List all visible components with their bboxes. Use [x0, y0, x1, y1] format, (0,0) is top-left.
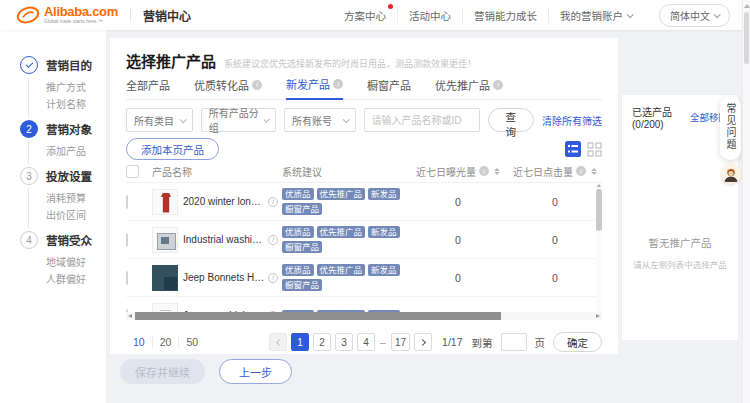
- nav-plan-center[interactable]: 方案中心: [333, 8, 397, 23]
- sort-impressions-icon[interactable]: [494, 168, 500, 175]
- nav-my-marketing-account[interactable]: 我的营销账户: [548, 8, 643, 23]
- table-row: Industrial washing machine h 优质品 优先推广品 新…: [126, 221, 602, 259]
- grid-view-icon[interactable]: [587, 142, 602, 157]
- page-button-3[interactable]: 3: [335, 333, 353, 351]
- chevron-down-icon: [627, 11, 634, 18]
- logo-tagline: Global trade starts here.™: [44, 19, 118, 25]
- step-4-header[interactable]: 4 营销受众: [20, 231, 106, 249]
- chevron-left-icon: [276, 338, 283, 345]
- row-checkbox[interactable]: [126, 195, 128, 209]
- tab-new-products[interactable]: 新发产品: [286, 76, 343, 100]
- step-marketing-audience: 4 营销受众 地域偏好 人群偏好: [20, 231, 106, 290]
- clicks-value: 0: [508, 272, 602, 284]
- page-indicator: 1/17: [442, 336, 462, 348]
- product-search-input[interactable]: [364, 108, 480, 132]
- suggestion-tag: 新发品: [368, 226, 400, 238]
- select-all-checkbox[interactable]: [126, 165, 139, 178]
- step-sub-promotion-method[interactable]: 推广方式: [46, 79, 106, 96]
- product-tabs: 全部产品 优质转化品 新发产品 橱窗产品 优先推广品: [126, 76, 602, 100]
- scrollbar-thumb[interactable]: [744, 12, 749, 64]
- product-thumbnail: [152, 227, 178, 253]
- page-size-10[interactable]: 10: [126, 336, 152, 348]
- scrollbar-thumb[interactable]: [135, 312, 501, 320]
- language-selector[interactable]: 简体中文: [659, 4, 730, 27]
- step-sub-crowd-preference[interactable]: 人群偏好: [46, 271, 106, 288]
- info-icon: [493, 80, 503, 90]
- step-sub-region-preference[interactable]: 地域偏好: [46, 254, 106, 271]
- scrollbar-thumb[interactable]: [596, 189, 602, 231]
- tab-quality-conversion[interactable]: 优质转化品: [194, 76, 262, 99]
- step-sub-add-product[interactable]: 添加产品: [46, 143, 106, 160]
- page-size-options: 10 20 50: [126, 336, 205, 348]
- product-thumbnail: [152, 189, 178, 215]
- query-button[interactable]: 查询: [488, 108, 534, 132]
- selected-products-count: 已选产品(0/200): [632, 104, 690, 130]
- tab-all-products[interactable]: 全部产品: [126, 76, 170, 99]
- table-vertical-scrollbar[interactable]: [596, 183, 602, 312]
- page-button-1[interactable]: 1: [291, 333, 309, 351]
- row-checkbox[interactable]: [126, 233, 128, 247]
- nav-activity-center[interactable]: 活动中心: [397, 8, 462, 23]
- step-marketing-purpose: 营销目的 推广方式 计划名称: [20, 56, 106, 115]
- step-4-number: 4: [20, 231, 38, 249]
- suggestion-tag: 优先推广品: [317, 188, 366, 200]
- page-button-4[interactable]: 4: [357, 333, 375, 351]
- nav-capability-growth[interactable]: 营销能力成长: [462, 8, 548, 23]
- step-sub-bid-range[interactable]: 出价区间: [46, 207, 106, 224]
- product-group-filter-select[interactable]: 所有产品分组: [201, 108, 276, 132]
- tab-showcase-products[interactable]: 橱窗产品: [367, 76, 411, 99]
- next-page-button[interactable]: [414, 333, 432, 351]
- suggestion-tag: 橱窗产品: [282, 203, 322, 215]
- step-sub-budget[interactable]: 消耗预算: [46, 190, 106, 207]
- empty-state-hint: 请从左侧列表中选择产品: [632, 258, 728, 270]
- product-selection-panel: 选择推广产品 系统建议您优先选择新发布的时尚日用品，测品测款效果更佳！ 全部产品…: [110, 38, 618, 354]
- info-icon: [576, 166, 586, 176]
- app-title: 营销中心: [143, 7, 191, 24]
- product-thumbnail: [152, 265, 178, 291]
- scroll-up-arrow-icon: [744, 4, 750, 8]
- product-name[interactable]: Jeep Bonnets Hair With Floral: [183, 272, 265, 283]
- suggestion-tag: 优质品: [282, 188, 314, 200]
- info-icon: [268, 273, 278, 283]
- list-view-icon[interactable]: [565, 141, 581, 157]
- prev-page-button[interactable]: [269, 333, 287, 351]
- page-button-2[interactable]: 2: [313, 333, 331, 351]
- suggestion-tag: 新发品: [368, 188, 400, 200]
- chevron-down-icon: [263, 116, 270, 123]
- suggestion-tag: 优先推广品: [317, 226, 366, 238]
- previous-step-button[interactable]: 上一步: [219, 359, 292, 384]
- tab-priority-promotion[interactable]: 优先推广品: [435, 76, 503, 99]
- table-horizontal-scrollbar[interactable]: [126, 312, 602, 320]
- table-row: Jeep Bonnets Hair With Floral 优质品 优先推广品 …: [126, 259, 602, 297]
- alibaba-logo[interactable]: Alibaba.com Global trade starts here.™: [16, 5, 118, 25]
- row-checkbox[interactable]: [126, 271, 128, 285]
- goto-confirm-button[interactable]: 确定: [553, 332, 602, 352]
- goto-page-input[interactable]: [501, 333, 527, 351]
- faq-tab[interactable]: 常见问题: [720, 96, 741, 160]
- step-delivery-settings: 3 投放设置 消耗预算 出价区间: [20, 167, 106, 226]
- step-2-header[interactable]: 2 营销对象: [20, 120, 106, 138]
- product-name[interactable]: Industrial washing machine h: [183, 234, 265, 245]
- logo-text: Alibaba.com: [44, 5, 118, 19]
- column-clicks-7d: 近七日点击量: [508, 164, 602, 179]
- suggestion-tag: 橱窗产品: [282, 241, 322, 253]
- column-impressions-7d: 近七日曝光量: [408, 164, 508, 179]
- save-and-continue-button[interactable]: 保存并继续: [120, 359, 205, 384]
- step-sub-plan-name[interactable]: 计划名称: [46, 96, 106, 113]
- account-filter-select[interactable]: 所有账号: [284, 108, 356, 132]
- clear-filters-link[interactable]: 清除所有筛选: [542, 113, 602, 128]
- page-scrollbar[interactable]: [742, 0, 750, 403]
- sort-clicks-icon[interactable]: [591, 168, 597, 175]
- view-toggles: [565, 141, 602, 157]
- stepper-sidebar: 营销目的 推广方式 计划名称 2 营销对象 添加产品 3 投放设置 消耗预算 出…: [0, 30, 106, 403]
- step-1-header[interactable]: 营销目的: [20, 56, 106, 74]
- page-button-last[interactable]: 17: [391, 333, 410, 351]
- suggestion-tag: 优质品: [282, 264, 314, 276]
- add-page-products-button[interactable]: 添加本页产品: [126, 138, 219, 160]
- page-size-50[interactable]: 50: [178, 336, 205, 348]
- product-name[interactable]: 2020 winter long cotton coat 1: [183, 196, 265, 207]
- category-filter-select[interactable]: 所有类目: [126, 108, 193, 132]
- page-size-20[interactable]: 20: [152, 336, 179, 348]
- customer-service-avatar-icon[interactable]: [721, 164, 741, 184]
- step-3-header[interactable]: 3 投放设置: [20, 167, 106, 185]
